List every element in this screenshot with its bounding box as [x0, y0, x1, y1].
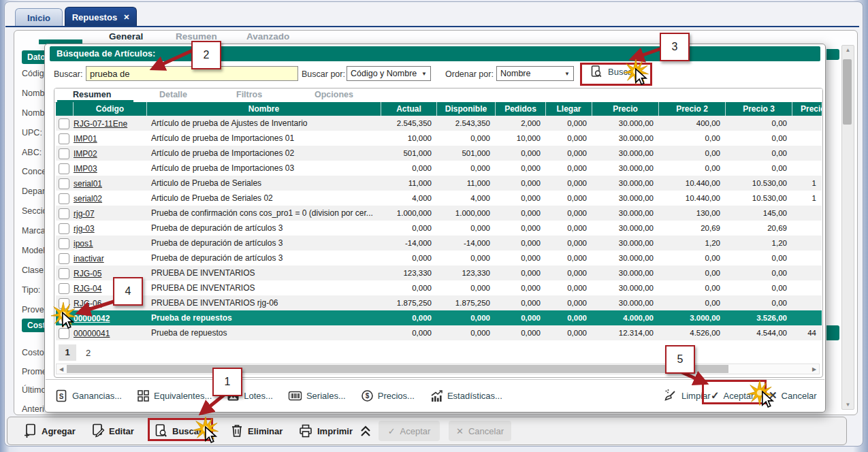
column-header-llegar[interactable]: Llegar: [546, 102, 592, 116]
row-checkbox[interactable]: [59, 268, 69, 279]
code-link[interactable]: ipos1: [74, 239, 93, 248]
table-row[interactable]: RJG-07-11Ene Artículo de prueba de Ajust…: [56, 116, 822, 131]
edit-document-icon: [91, 423, 105, 438]
form-tab-resumen[interactable]: Resumen: [176, 31, 217, 42]
table-row[interactable]: RJG-05 PRUEBA DE INVENTARIOS 123,330 123…: [56, 265, 822, 280]
row-checkbox[interactable]: [59, 133, 69, 144]
scroll-right-icon[interactable]: ▶: [809, 364, 819, 374]
column-header-codigo[interactable]: Código: [74, 102, 147, 116]
table-row[interactable]: 00000042 Prueba de repuestos 0,000 0,000…: [56, 310, 822, 325]
row-checkbox[interactable]: [59, 253, 69, 264]
table-row[interactable]: RJG-04 PRUEBA DE INVENTARIOS 0,000 0,000…: [56, 280, 822, 295]
code-link[interactable]: IMP01: [74, 134, 97, 144]
row-checkbox[interactable]: [59, 193, 69, 204]
row-check-cell: [56, 327, 74, 339]
form-tab-general[interactable]: General: [109, 31, 143, 42]
code-link[interactable]: IMP02: [74, 149, 97, 159]
table-row[interactable]: serial02 Articulo de Prueba de Seriales …: [56, 191, 822, 206]
table-row[interactable]: RJG-06 PRUEBA DE INVENTARIOS rjg-06 1.87…: [56, 295, 822, 310]
code-link[interactable]: rjg-07: [74, 209, 95, 219]
row-precio-cell: 30.000,00: [592, 239, 659, 247]
tab-filtros[interactable]: Filtros: [236, 90, 262, 99]
estadisticas-button[interactable]: Estadísticas...: [430, 389, 502, 402]
aceptar-button-disabled[interactable]: ✓ Aceptar: [379, 421, 440, 441]
code-link[interactable]: 00000041: [74, 329, 110, 338]
row-checkbox[interactable]: [59, 328, 69, 339]
row-disponible-cell: 0,000: [437, 164, 496, 172]
scroll-down-icon[interactable]: ▼: [842, 402, 854, 408]
row-llegar-cell: 0,000: [546, 329, 592, 337]
ordenar-por-select[interactable]: Nombre ▼: [496, 66, 574, 81]
code-link[interactable]: serial02: [74, 194, 102, 204]
cancelar-button-disabled[interactable]: ✕ Cancelar: [449, 421, 511, 441]
row-precio-cell: 30.000,00: [592, 209, 659, 217]
column-header-nombre[interactable]: Nombre: [147, 102, 381, 116]
row-checkbox[interactable]: [59, 178, 69, 189]
row-checkbox[interactable]: [59, 313, 69, 324]
tab-resumen[interactable]: Resumen: [73, 90, 111, 99]
dialog-cancelar-button[interactable]: ✕ Cancelar: [769, 380, 817, 411]
row-name-cell: Prueba de depuración de artículos 3: [147, 223, 381, 233]
imprimir-button[interactable]: Imprimir: [298, 421, 353, 441]
equivalentes-button[interactable]: Equivalentes...: [137, 389, 212, 402]
code-link[interactable]: RJG-05: [74, 269, 101, 278]
close-tab-icon[interactable]: ✕: [123, 13, 129, 22]
form-tab-avanzado[interactable]: Avanzado: [246, 31, 289, 42]
tab-repuestos[interactable]: Repuestos ✕: [65, 7, 137, 27]
row-checkbox[interactable]: [59, 238, 69, 249]
table-row[interactable]: 00000041 Prueba de repuestos 0,000 0,000…: [56, 325, 822, 340]
column-header-precio3[interactable]: Precio 3: [726, 102, 792, 116]
code-link[interactable]: RJG-04: [74, 284, 101, 293]
collapse-toolbar-icon[interactable]: [358, 421, 373, 441]
table-row[interactable]: ipos1 Prueba de depuración de artículos …: [56, 236, 822, 251]
row-checkbox[interactable]: [59, 283, 69, 294]
table-row[interactable]: IMP02 Artículo de prueba de Importacione…: [56, 146, 822, 161]
table-row[interactable]: IMP01 Artículo de prueba de Importacione…: [56, 131, 822, 146]
precios-button[interactable]: $ Precios...: [361, 389, 415, 402]
column-header-precio4[interactable]: Precio 4: [792, 102, 822, 116]
scroll-left-icon[interactable]: ◀: [57, 364, 66, 374]
page-1[interactable]: 1: [59, 344, 76, 361]
scrollbar-thumb[interactable]: [843, 59, 852, 125]
scroll-up-icon[interactable]: ▲: [842, 47, 854, 53]
tab-opciones[interactable]: Opciones: [315, 90, 353, 99]
table-row[interactable]: IMP03 Artículo de prueba de Importacione…: [56, 161, 822, 176]
scrollbar-thumb[interactable]: [67, 365, 728, 373]
code-link[interactable]: inactivar: [74, 254, 104, 263]
column-header-precio[interactable]: Precio: [592, 102, 659, 116]
column-header-pedidos[interactable]: Pedidos: [496, 102, 546, 116]
code-link[interactable]: RJG-06: [74, 299, 101, 308]
row-check-cell: [56, 237, 74, 249]
table-row[interactable]: serial01 Articulo de Prueba de Seriales …: [56, 176, 822, 191]
row-precio-cell: 30.000,00: [592, 179, 659, 187]
page-2[interactable]: 2: [86, 348, 91, 358]
row-checkbox[interactable]: [59, 208, 69, 219]
row-checkbox[interactable]: [59, 148, 69, 159]
column-header-precio2[interactable]: Precio 2: [659, 102, 726, 116]
table-row[interactable]: inactivar Prueba de depuración de artícu…: [56, 251, 822, 265]
seriales-button[interactable]: Seriales...: [288, 389, 346, 402]
agregar-button[interactable]: Agregar: [23, 421, 76, 441]
ganancias-button[interactable]: S Ganancias...: [55, 389, 122, 402]
eliminar-button[interactable]: Eliminar: [230, 421, 283, 441]
row-checkbox[interactable]: [59, 223, 69, 234]
form-vertical-scrollbar[interactable]: ▲ ▼: [841, 45, 854, 410]
editar-button[interactable]: Editar: [91, 421, 134, 441]
table-row[interactable]: rjg-07 Prueba de confirmación cons cos_p…: [56, 206, 822, 221]
row-checkbox[interactable]: [59, 163, 69, 174]
column-header-disponible[interactable]: Disponible: [437, 102, 496, 116]
tab-detalle[interactable]: Detalle: [159, 90, 187, 99]
code-link[interactable]: rjg-03: [74, 224, 95, 233]
code-link[interactable]: serial01: [74, 179, 102, 189]
code-link[interactable]: RJG-07-11Ene: [74, 119, 127, 129]
table-horizontal-scrollbar[interactable]: ◀ ▶: [56, 364, 820, 374]
row-checkbox[interactable]: [59, 118, 69, 129]
buscar-por-select[interactable]: Código y Nombre ▼: [347, 66, 431, 81]
dialog-cancelar-label: Cancelar: [782, 391, 817, 401]
row-checkbox[interactable]: [59, 298, 69, 309]
code-link[interactable]: 00000042: [74, 314, 110, 323]
table-row[interactable]: rjg-03 Prueba de depuración de artículos…: [56, 221, 822, 236]
column-header-actual[interactable]: Actual: [381, 102, 437, 116]
code-link[interactable]: IMP03: [74, 164, 97, 174]
tab-inicio[interactable]: Inicio: [15, 8, 63, 27]
